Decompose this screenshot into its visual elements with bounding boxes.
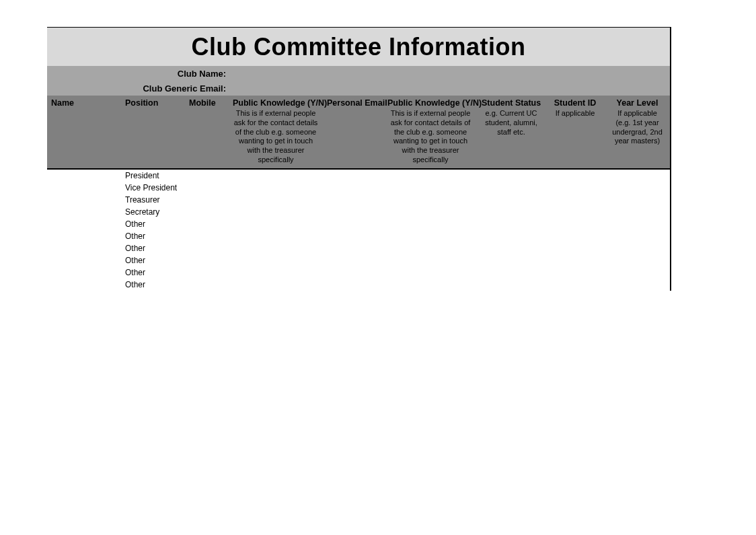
- header-sid-sub: If applicable: [549, 109, 601, 118]
- spreadsheet-form: Club Committee Information Club Name: Cl…: [47, 27, 671, 291]
- table-row: Other: [47, 254, 670, 266]
- header-public-knowledge-1: Public Knowledge (Y/N) This is if extern…: [229, 96, 323, 168]
- header-year-sub: If applicable (e.g. 1st year undergrad, …: [609, 109, 665, 146]
- club-email-row: Club Generic Email:: [47, 81, 670, 96]
- cell-position[interactable]: Other: [121, 256, 185, 265]
- title-bar: Club Committee Information: [47, 27, 670, 66]
- header-name-title: Name: [51, 98, 117, 108]
- table-row: Other: [47, 266, 670, 279]
- header-pk1-sub: This is if external people ask for the c…: [233, 109, 319, 165]
- table-row: Vice President: [47, 182, 670, 194]
- table-header-row: Name Position Mobile Public Knowledge (Y…: [47, 96, 670, 170]
- header-public-knowledge-2: Public Knowledge (Y/N) This is if extern…: [383, 96, 478, 168]
- header-year-level: Year Level If applicable (e.g. 1st year …: [605, 96, 669, 168]
- table-row: Other: [47, 279, 670, 291]
- cell-position[interactable]: Other: [121, 231, 185, 241]
- table-row: Secretary: [47, 206, 670, 218]
- header-pk1-title: Public Knowledge (Y/N): [233, 98, 319, 108]
- header-student-status: Student Status e.g. Current UC student, …: [478, 96, 545, 168]
- cell-position[interactable]: Other: [121, 244, 185, 253]
- page-title: Club Committee Information: [192, 33, 526, 61]
- cell-position[interactable]: Other: [121, 268, 185, 277]
- club-email-label: Club Generic Email:: [47, 83, 229, 94]
- header-position: Position: [121, 96, 185, 168]
- cell-position[interactable]: President: [121, 171, 185, 180]
- header-pk2-title: Public Knowledge (Y/N): [387, 98, 474, 108]
- header-personal-email: Personal Email: [323, 96, 383, 168]
- table-row: President: [47, 170, 670, 182]
- header-name: Name: [47, 96, 121, 168]
- cell-position[interactable]: Other: [121, 280, 185, 289]
- header-email-title: Personal Email: [327, 98, 379, 108]
- cell-position[interactable]: Vice President: [121, 183, 185, 192]
- table-row: Other: [47, 230, 670, 242]
- cell-position[interactable]: Treasurer: [121, 195, 185, 205]
- club-name-label: Club Name:: [47, 69, 229, 79]
- table-row: Other: [47, 218, 670, 230]
- header-year-title: Year Level: [609, 98, 665, 108]
- table-body: PresidentVice PresidentTreasurerSecretar…: [47, 170, 670, 291]
- club-name-row: Club Name:: [47, 66, 670, 81]
- header-sid-title: Student ID: [549, 98, 601, 108]
- header-pk2-sub: This is if external people ask for conta…: [387, 109, 474, 165]
- table-row: Other: [47, 242, 670, 254]
- cell-position[interactable]: Secretary: [121, 207, 185, 217]
- header-mobile-title: Mobile: [189, 98, 225, 108]
- table-row: Treasurer: [47, 194, 670, 206]
- header-position-title: Position: [125, 98, 181, 108]
- cell-position[interactable]: Other: [121, 219, 185, 229]
- header-mobile: Mobile: [185, 96, 229, 168]
- header-status-title: Student Status: [482, 98, 541, 108]
- header-status-sub: e.g. Current UC student, alumni, staff e…: [482, 109, 541, 137]
- header-student-id: Student ID If applicable: [545, 96, 605, 168]
